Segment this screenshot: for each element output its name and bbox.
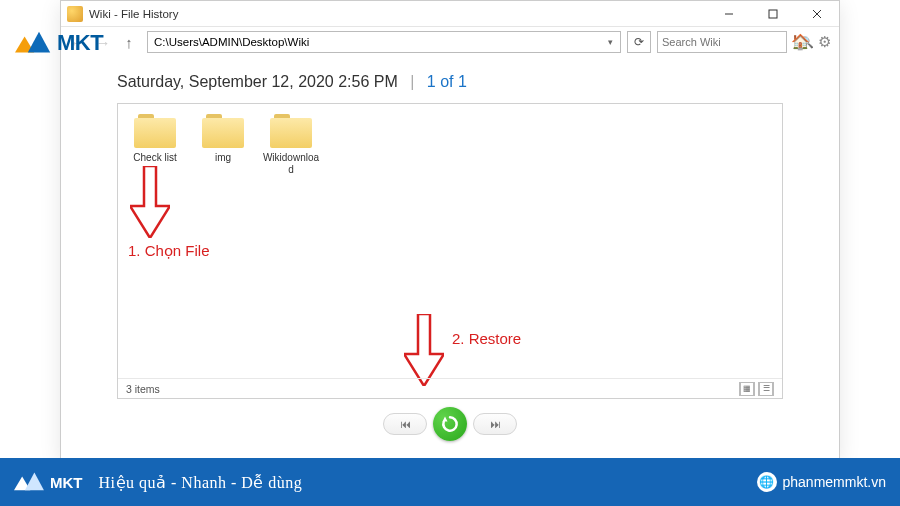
file-pane: Check list img Wikidownload 1. Chọn File… bbox=[117, 103, 783, 399]
status-text: 3 items bbox=[126, 383, 160, 395]
settings-button[interactable]: ⚙ bbox=[813, 33, 835, 51]
footer-logo: MKT bbox=[14, 469, 83, 495]
overlay-logo-text: MKT bbox=[57, 30, 103, 56]
folder-icon bbox=[270, 114, 312, 148]
search-box[interactable]: 🔍 bbox=[657, 31, 787, 53]
version-timestamp: Saturday, September 12, 2020 2:56 PM bbox=[117, 73, 398, 90]
up-button[interactable]: ↑ bbox=[117, 30, 141, 54]
footer-logo-text: MKT bbox=[50, 474, 83, 491]
refresh-icon: ⟳ bbox=[634, 35, 644, 49]
titlebar: Wiki - File History bbox=[61, 1, 839, 27]
maximize-icon bbox=[768, 9, 778, 19]
close-icon bbox=[812, 9, 822, 19]
version-count: 1 of 1 bbox=[427, 73, 467, 90]
heading-separator: | bbox=[410, 73, 414, 90]
globe-icon: 🌐 bbox=[757, 472, 777, 492]
svg-rect-4 bbox=[769, 10, 777, 18]
annotation-text-1: 1. Chọn File bbox=[128, 242, 210, 260]
file-history-window: Wiki - File History ← → ↑ ▾ ⟳ bbox=[60, 0, 840, 460]
annotation-arrow-2 bbox=[404, 314, 444, 386]
minimize-button[interactable] bbox=[707, 1, 751, 27]
skip-back-icon: ⏮ bbox=[400, 418, 411, 430]
previous-version-button[interactable]: ⏮ bbox=[383, 413, 427, 435]
view-details-button[interactable]: ☰ bbox=[758, 382, 774, 396]
folder-label: Check list bbox=[126, 152, 184, 164]
footer-logo-mark bbox=[14, 469, 48, 495]
status-bar: 3 items ▦ ☰ bbox=[118, 378, 782, 398]
window-title: Wiki - File History bbox=[89, 8, 178, 20]
version-heading: Saturday, September 12, 2020 2:56 PM | 1… bbox=[61, 57, 839, 103]
svg-marker-1 bbox=[28, 32, 50, 53]
overlay-logo-mark bbox=[15, 28, 55, 58]
file-list: Check list img Wikidownload bbox=[118, 104, 782, 185]
footer-banner: MKT Hiệu quả - Nhanh - Dễ dùng 🌐 phanmem… bbox=[0, 458, 900, 506]
minimize-icon bbox=[724, 9, 734, 19]
folder-item[interactable]: Wikidownload bbox=[262, 114, 320, 175]
chevron-down-icon: ▾ bbox=[608, 37, 613, 47]
refresh-button[interactable]: ⟳ bbox=[627, 31, 651, 53]
annotation-text-2: 2. Restore bbox=[452, 330, 521, 347]
app-icon bbox=[67, 6, 83, 22]
grid-icon: ▦ bbox=[740, 382, 754, 396]
address-input[interactable] bbox=[148, 36, 600, 48]
folder-label: img bbox=[194, 152, 252, 164]
address-bar[interactable]: ▾ bbox=[147, 31, 621, 53]
footer-slogan: Hiệu quả - Nhanh - Dễ dùng bbox=[99, 473, 303, 492]
folder-item[interactable]: img bbox=[194, 114, 252, 175]
folder-icon bbox=[134, 114, 176, 148]
overlay-logo: MKT bbox=[15, 28, 103, 58]
svg-marker-7 bbox=[443, 417, 448, 422]
folder-item[interactable]: Check list bbox=[126, 114, 184, 175]
footer-url: 🌐 phanmemmkt.vn bbox=[757, 472, 886, 492]
home-button[interactable]: 🏠 bbox=[789, 33, 811, 51]
view-icons-button[interactable]: ▦ bbox=[739, 382, 755, 396]
restore-button[interactable] bbox=[433, 407, 467, 441]
svg-marker-9 bbox=[25, 472, 44, 490]
search-input[interactable] bbox=[662, 36, 800, 48]
list-icon: ☰ bbox=[759, 382, 773, 396]
folder-label: Wikidownload bbox=[262, 152, 320, 175]
maximize-button[interactable] bbox=[751, 1, 795, 27]
arrow-up-icon: ↑ bbox=[125, 34, 133, 51]
close-button[interactable] bbox=[795, 1, 839, 27]
address-dropdown[interactable]: ▾ bbox=[600, 37, 620, 47]
folder-icon bbox=[202, 114, 244, 148]
next-version-button[interactable]: ⏭ bbox=[473, 413, 517, 435]
restore-icon bbox=[440, 414, 460, 434]
footer-url-text: phanmemmkt.vn bbox=[783, 474, 886, 490]
home-icon: 🏠 bbox=[791, 33, 810, 50]
toolbar: ← → ↑ ▾ ⟳ 🔍 🏠 ⚙ bbox=[61, 27, 839, 57]
skip-forward-icon: ⏭ bbox=[490, 418, 501, 430]
playback-controls: ⏮ ⏭ bbox=[61, 407, 839, 441]
gear-icon: ⚙ bbox=[818, 33, 831, 50]
